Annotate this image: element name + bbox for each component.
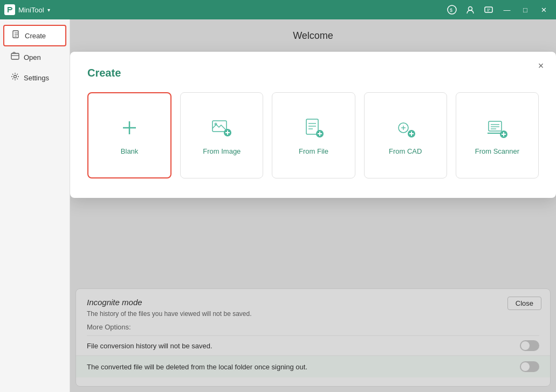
titlebar: MiniTool ▾ $ — □ ✕ — [0, 0, 556, 19]
titlebar-left: MiniTool ▾ — [4, 4, 50, 15]
content-area: Welcome T — [70, 19, 556, 392]
blank-card-icon — [118, 116, 141, 140]
blank-card-label: Blank — [121, 147, 139, 155]
sidebar-item-open[interactable]: Open — [3, 47, 66, 67]
app-title: MiniTool — [18, 6, 44, 14]
sidebar-item-settings[interactable]: Settings — [3, 68, 66, 87]
user-account-icon[interactable]: $ — [444, 2, 460, 17]
dialog-overlay: × Create Blank — [70, 19, 556, 392]
sidebar-item-create[interactable]: Create — [3, 25, 66, 46]
create-card-from-file[interactable]: From File — [272, 92, 355, 178]
svg-rect-28 — [306, 119, 318, 134]
svg-text:$: $ — [450, 8, 452, 13]
dialog-title: Create — [87, 67, 539, 79]
create-card-from-cad[interactable]: From CAD — [364, 92, 447, 178]
from-cad-card-label: From CAD — [389, 147, 422, 155]
app-logo — [4, 4, 15, 15]
create-icon — [12, 30, 20, 41]
create-card-blank[interactable]: Blank — [87, 92, 171, 178]
from-file-card-label: From File — [299, 147, 328, 155]
create-card-from-image[interactable]: From Image — [180, 92, 263, 178]
sidebar-item-settings-label: Settings — [24, 74, 49, 82]
settings-icon — [11, 72, 19, 83]
maximize-button[interactable]: □ — [517, 2, 533, 17]
from-image-card-icon — [210, 116, 234, 140]
from-scanner-card-label: From Scanner — [475, 147, 519, 155]
from-image-card-label: From Image — [203, 147, 241, 155]
svg-rect-3 — [485, 7, 492, 12]
minimize-button[interactable]: — — [499, 2, 515, 17]
create-card-from-scanner[interactable]: From Scanner — [456, 92, 539, 178]
profile-icon[interactable] — [462, 2, 478, 17]
sidebar-item-create-label: Create — [25, 32, 46, 40]
dialog-close-button[interactable]: × — [534, 59, 547, 72]
svg-rect-41 — [489, 121, 502, 131]
sidebar-item-open-label: Open — [24, 53, 41, 61]
titlebar-dropdown-icon[interactable]: ▾ — [47, 7, 50, 13]
create-cards: Blank From Image — [87, 92, 539, 178]
from-file-card-icon — [302, 116, 326, 140]
create-dialog: × Create Blank — [70, 52, 556, 198]
svg-rect-5 — [11, 53, 19, 59]
svg-point-6 — [14, 75, 17, 78]
from-cad-card-icon — [394, 116, 417, 140]
message-icon[interactable] — [481, 2, 497, 17]
open-icon — [11, 52, 19, 63]
from-scanner-card-icon — [485, 116, 509, 140]
main-layout: Create Open Settings — [0, 19, 556, 392]
titlebar-controls: $ — □ ✕ — [444, 2, 552, 17]
sidebar: Create Open Settings — [0, 19, 70, 392]
close-button[interactable]: ✕ — [536, 2, 552, 17]
